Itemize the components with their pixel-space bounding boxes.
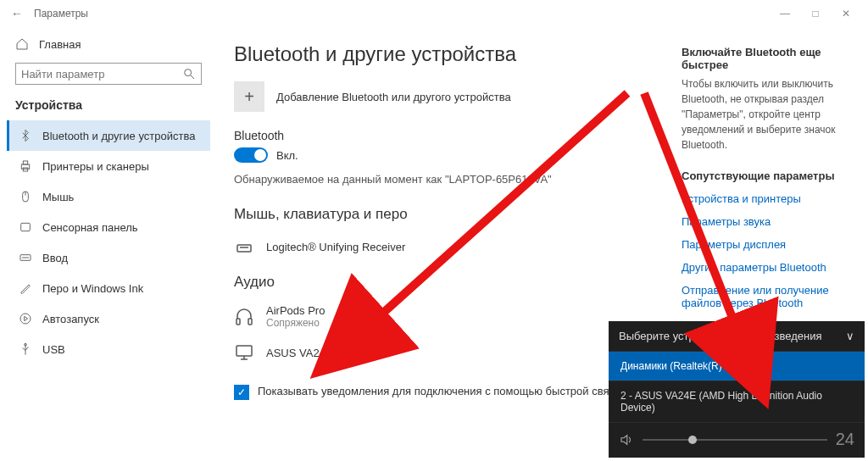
nav-home-label: Главная	[39, 38, 81, 51]
nav-home[interactable]: Главная	[7, 31, 210, 58]
svg-rect-7	[21, 223, 31, 230]
close-button[interactable]: ✕	[831, 8, 861, 19]
window-controls: — □ ✕	[770, 8, 861, 19]
search-box[interactable]	[15, 63, 202, 85]
svg-rect-4	[23, 168, 27, 171]
mouse-icon	[19, 190, 32, 203]
add-device-button[interactable]: + Добавление Bluetooth или другого устро…	[234, 81, 665, 112]
volume-value: 24	[836, 430, 854, 449]
flyout-item-speakers[interactable]: Динамики (Realtek(R) Audio)	[609, 351, 865, 380]
minimize-button[interactable]: —	[770, 8, 800, 19]
autoplay-icon	[19, 312, 32, 325]
plus-icon: +	[234, 81, 264, 112]
svg-marker-21	[621, 435, 627, 444]
sidebar-item-bluetooth[interactable]: Bluetooth и другие устройства	[7, 120, 210, 151]
svg-point-0	[185, 69, 192, 76]
keyboard-icon	[19, 251, 32, 264]
sidebar-item-printers[interactable]: Принтеры и сканеры	[7, 151, 210, 181]
checkbox-label: Показывать уведомления для подключения с…	[258, 385, 620, 397]
section-audio-head: Аудио	[234, 274, 665, 291]
flyout-title: Выберите устройство воспроизведения	[619, 330, 821, 342]
titlebar: ← Параметры — □ ✕	[0, 0, 868, 27]
sidebar-item-label: Принтеры и сканеры	[42, 160, 149, 173]
flyout-header[interactable]: Выберите устройство воспроизведения ∨	[609, 321, 865, 351]
chevron-down-icon: ∨	[846, 330, 854, 342]
add-device-label: Добавление Bluetooth или другого устройс…	[276, 91, 511, 103]
section-mouse-head: Мышь, клавиатура и перо	[234, 206, 665, 223]
svg-marker-11	[25, 316, 28, 320]
speaker-icon	[619, 432, 634, 447]
sidebar-item-autoplay[interactable]: Автозапуск	[7, 303, 210, 334]
pen-icon	[19, 281, 32, 295]
sidebar-item-typing[interactable]: Ввод	[7, 242, 210, 273]
svg-rect-18	[236, 346, 252, 356]
svg-rect-17	[248, 319, 252, 325]
flyout-item-asus[interactable]: 2 - ASUS VA24E (AMD High Definition Audi…	[609, 380, 865, 422]
device-status: Сопряжено	[266, 317, 325, 329]
search-input[interactable]	[21, 68, 182, 81]
sidebar-item-label: Bluetooth и другие устройства	[42, 130, 195, 142]
receiver-icon	[234, 236, 254, 257]
notifications-checkbox-row[interactable]: ✓ Показывать уведомления для подключения…	[234, 385, 624, 400]
monitor-icon	[234, 342, 254, 363]
discoverable-text: Обнаруживаемое на данный момент как "LAP…	[234, 173, 665, 186]
page-title: Bluetooth и другие устройства	[234, 42, 665, 66]
sidebar-item-label: Мышь	[42, 191, 74, 203]
link-sound-settings[interactable]: Параметры звука	[682, 210, 858, 233]
toggle-state-label: Вкл.	[276, 149, 298, 162]
bluetooth-icon	[19, 129, 32, 142]
bluetooth-label: Bluetooth	[234, 129, 665, 142]
svg-rect-2	[21, 164, 29, 169]
sidebar-item-label: Автозапуск	[42, 313, 99, 325]
device-logitech[interactable]: Logitech® Unifying Receiver	[234, 231, 665, 265]
link-more-bluetooth[interactable]: Другие параметры Bluetooth	[682, 256, 858, 279]
link-display-settings[interactable]: Параметры дисплея	[682, 233, 858, 256]
sidebar-item-touchpad[interactable]: Сенсорная панель	[7, 212, 210, 242]
printer-icon	[19, 159, 32, 173]
sidebar-section-head: Устройства	[7, 92, 210, 120]
device-name: Logitech® Unifying Receiver	[266, 241, 405, 253]
sidebar-item-usb[interactable]: USB	[7, 334, 210, 364]
tip-body: Чтобы включить или выключить Bluetooth, …	[682, 76, 858, 153]
device-name: ASUS VA24E	[266, 347, 333, 359]
svg-point-10	[20, 314, 31, 324]
device-airpods[interactable]: AirPods Pro Сопряжено	[234, 299, 665, 337]
svg-rect-14	[237, 245, 251, 252]
sidebar-item-mouse[interactable]: Мышь	[7, 181, 210, 212]
related-head: Сопутствующие параметры	[682, 169, 858, 182]
device-name: AirPods Pro	[266, 304, 325, 317]
sidebar-item-label: Сенсорная панель	[42, 221, 138, 234]
svg-rect-16	[236, 319, 240, 325]
device-asus[interactable]: ASUS VA24E	[234, 337, 665, 371]
sidebar-item-label: USB	[42, 343, 65, 356]
sidebar-item-label: Перо и Windows Ink	[42, 282, 143, 295]
svg-rect-3	[23, 161, 27, 164]
usb-icon	[19, 342, 32, 356]
sidebar-item-pen[interactable]: Перо и Windows Ink	[7, 273, 210, 303]
window-title: Параметры	[34, 8, 88, 19]
headphones-icon	[234, 307, 254, 327]
touchpad-icon	[19, 220, 32, 234]
back-button[interactable]: ←	[7, 7, 27, 20]
link-send-receive-bt[interactable]: Отправление или получение файлов через B…	[682, 279, 858, 314]
audio-flyout: Выберите устройство воспроизведения ∨ Ди…	[609, 321, 865, 458]
tip-head: Включайте Bluetooth еще быстрее	[682, 46, 858, 71]
svg-line-1	[191, 75, 194, 79]
sidebar: Главная Устройства Bluetooth и другие ус…	[0, 27, 210, 461]
sidebar-item-label: Ввод	[42, 252, 68, 264]
home-icon	[15, 37, 29, 51]
maximize-button[interactable]: □	[800, 8, 831, 19]
link-devices-printers[interactable]: Устройства и принтеры	[682, 187, 858, 210]
checkbox-checked-icon: ✓	[234, 385, 249, 400]
bluetooth-toggle[interactable]	[234, 147, 268, 163]
volume-row: 24	[609, 422, 865, 458]
search-icon	[182, 67, 196, 81]
volume-slider[interactable]	[643, 439, 827, 441]
